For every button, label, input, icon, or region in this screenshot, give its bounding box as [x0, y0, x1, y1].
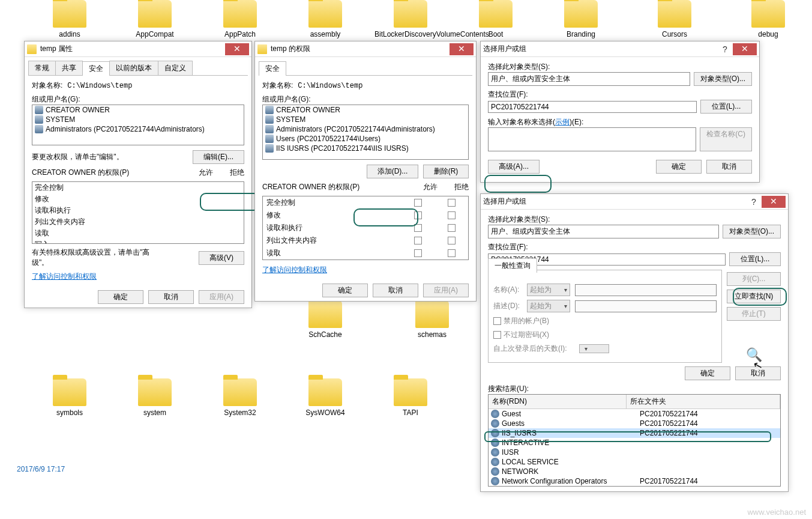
- result-row[interactable]: Network Configuration OperatorsPC2017052…: [489, 476, 780, 486]
- folder-item[interactable]: System32: [204, 378, 276, 417]
- allow-checkbox[interactable]: [414, 199, 422, 207]
- folder-item[interactable]: assembly: [289, 0, 361, 38]
- folder-item[interactable]: AppCompat: [119, 0, 191, 38]
- close-icon[interactable]: ✕: [450, 43, 474, 55]
- close-icon[interactable]: ✕: [762, 196, 786, 208]
- add-button[interactable]: 添加(D)...: [367, 165, 418, 178]
- advanced-button[interactable]: 高级(V): [199, 251, 244, 265]
- advanced-button[interactable]: 高级(A)...: [488, 160, 540, 174]
- result-row[interactable]: INTERACTIVE: [489, 438, 780, 448]
- ok-button[interactable]: 确定: [656, 160, 702, 174]
- folder-item[interactable]: SchCache: [289, 300, 361, 339]
- folder-item[interactable]: symbols: [34, 378, 106, 417]
- list-item[interactable]: CREATOR OWNER: [32, 105, 244, 115]
- remove-button[interactable]: 删除(R): [423, 165, 469, 178]
- desc-combo[interactable]: 起始为: [527, 300, 570, 312]
- col-name[interactable]: 名称(RDN): [489, 395, 627, 408]
- check-names-button[interactable]: 检查名称(C): [700, 127, 752, 151]
- group-icon: [35, 125, 43, 133]
- groups-listbox[interactable]: CREATOR OWNERSYSTEMAdministrators (PC201…: [32, 105, 244, 145]
- tab-security[interactable]: 安全: [259, 61, 286, 76]
- deny-checkbox[interactable]: [448, 211, 456, 219]
- deny-checkbox[interactable]: [448, 249, 456, 257]
- columns-button[interactable]: 列(C)...: [727, 272, 781, 286]
- folder-item[interactable]: Branding: [545, 0, 617, 38]
- list-item[interactable]: Users (PC201705221744\Users): [263, 134, 468, 144]
- tab[interactable]: 共享: [55, 61, 83, 75]
- allow-checkbox[interactable]: [414, 249, 422, 257]
- example-link[interactable]: 示例: [555, 118, 570, 126]
- stop-button[interactable]: 停止(T): [727, 307, 781, 321]
- deny-checkbox[interactable]: [448, 224, 456, 232]
- name-combo[interactable]: 起始为: [527, 284, 570, 296]
- ok-button[interactable]: 确定: [685, 366, 730, 380]
- disabled-checkbox[interactable]: [493, 317, 501, 325]
- results-list[interactable]: 名称(RDN) 所在文件夹 GuestPC201705221744GuestsP…: [488, 394, 781, 487]
- folder-item[interactable]: system: [119, 378, 191, 417]
- allow-checkbox[interactable]: [414, 237, 422, 244]
- find-now-button[interactable]: 立即查找(N): [727, 290, 781, 303]
- result-row[interactable]: IUSR: [489, 448, 780, 457]
- list-item[interactable]: Administrators (PC201705221744\Administr…: [263, 124, 468, 134]
- apply-button[interactable]: 应用(A): [423, 284, 469, 297]
- object-types-button[interactable]: 对象类型(O)...: [694, 72, 752, 86]
- folder-item[interactable]: Boot: [460, 0, 532, 38]
- group-icon: [265, 115, 274, 124]
- tab[interactable]: 常规: [28, 61, 56, 75]
- list-item[interactable]: IIS IUSRS (PC201705221744\IIS IUSRS): [263, 144, 468, 153]
- list-item[interactable]: CREATOR OWNER: [263, 105, 468, 115]
- tab[interactable]: 安全: [82, 61, 110, 76]
- list-item[interactable]: SYSTEM: [32, 115, 244, 124]
- folder-item[interactable]: TAPI: [374, 378, 447, 417]
- folder-item[interactable]: AppPatch: [204, 0, 276, 38]
- learn-link[interactable]: 了解访问控制和权限: [32, 272, 97, 281]
- locations-button[interactable]: 位置(L)...: [729, 252, 781, 266]
- cancel-button[interactable]: 取消: [373, 284, 418, 297]
- allow-checkbox[interactable]: [414, 211, 422, 219]
- list-item[interactable]: Administrators (PC201705221744\Administr…: [32, 124, 244, 134]
- object-names-input[interactable]: [488, 127, 696, 151]
- deny-checkbox[interactable]: [448, 199, 456, 207]
- edit-button[interactable]: 编辑(E)...: [193, 150, 244, 164]
- result-row[interactable]: GuestsPC201705221744: [489, 419, 780, 428]
- folder-icon: [223, 378, 257, 406]
- name-input[interactable]: [575, 284, 717, 296]
- object-types-button[interactable]: 对象类型(O)...: [723, 225, 781, 238]
- window-title: 选择用户或组: [483, 196, 748, 207]
- locations-button[interactable]: 位置(L)...: [700, 100, 752, 114]
- result-row[interactable]: LOCAL SERVICE: [489, 457, 780, 467]
- folder-item[interactable]: addins: [34, 0, 106, 38]
- name-label: 名称(A):: [493, 285, 527, 295]
- groups-listbox[interactable]: CREATOR OWNERSYSTEMAdministrators (PC201…: [262, 105, 469, 160]
- deny-checkbox[interactable]: [448, 237, 456, 244]
- folder-item[interactable]: SysWOW64: [289, 378, 361, 417]
- location-label: 查找位置(F):: [488, 242, 781, 252]
- allow-checkbox[interactable]: [414, 224, 422, 232]
- col-folder[interactable]: 所在文件夹: [627, 395, 780, 408]
- general-query-tab[interactable]: 一般性查询: [488, 258, 537, 273]
- apply-button[interactable]: 应用(A): [199, 290, 244, 304]
- cancel-button[interactable]: 取消: [148, 290, 194, 304]
- cancel-button[interactable]: 取消: [706, 160, 752, 174]
- desc-input[interactable]: [575, 300, 717, 312]
- close-icon[interactable]: ✕: [733, 43, 757, 55]
- list-item[interactable]: SYSTEM: [263, 115, 468, 124]
- ok-button[interactable]: 确定: [322, 284, 368, 297]
- days-combo[interactable]: [579, 344, 609, 353]
- result-row[interactable]: IIS_IUSRSPC201705221744: [489, 428, 780, 438]
- folder-item[interactable]: Cursors: [639, 0, 711, 38]
- tab[interactable]: 以前的版本: [109, 61, 158, 75]
- result-row[interactable]: NETWORK: [489, 467, 780, 476]
- folder-item[interactable]: BitLockerDiscoveryVolumeContents: [374, 0, 447, 38]
- ok-button[interactable]: 确定: [98, 290, 143, 304]
- tab[interactable]: 自定义: [158, 61, 193, 75]
- noexpire-checkbox[interactable]: [493, 331, 501, 339]
- folder-item[interactable]: schemas: [396, 300, 468, 339]
- result-row[interactable]: GuestPC201705221744: [489, 409, 780, 419]
- close-icon[interactable]: ✕: [225, 43, 249, 55]
- help-icon[interactable]: ?: [720, 44, 730, 54]
- folder-item[interactable]: debug: [732, 0, 804, 38]
- learn-link[interactable]: 了解访问控制和权限: [262, 266, 327, 274]
- help-icon[interactable]: ?: [748, 197, 759, 207]
- folder-icon: [564, 0, 598, 28]
